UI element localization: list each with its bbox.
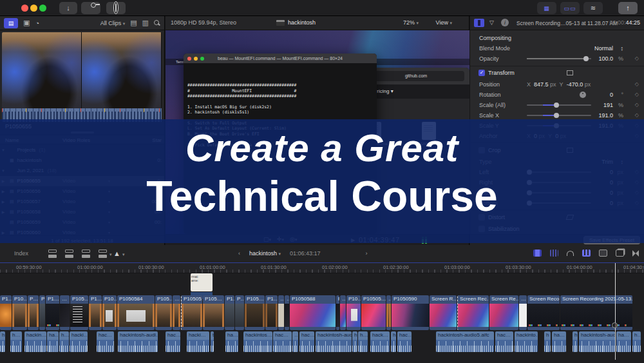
show-timeline-button[interactable]: ▭▭ [560,2,580,14]
next-project-chevron[interactable]: › [366,250,368,257]
timeline-video-clip[interactable]: P10… [102,295,117,330]
snapping-icon[interactable] [582,250,591,257]
keyframe-diamond-icon[interactable]: ◇ [635,90,639,100]
timeline-video-clip[interactable]: P105… [155,295,172,330]
insert-edit-icon[interactable] [65,250,75,258]
timeline-video-clip[interactable]: P10… [12,295,27,330]
timeline-audio-clip[interactable]: h… [358,331,368,352]
timeline-audio-clip[interactable]: hac… [166,331,180,352]
solo-headphones-icon[interactable] [567,251,574,256]
rotation-row[interactable]: Rotation 0 ° ◇ [470,90,644,100]
close-window-button[interactable] [21,5,28,12]
timeline-video-clip[interactable]: P… [28,295,39,330]
timeline-audio-clip[interactable]: t [211,331,214,352]
timeline-audio-clip[interactable]: hackintosh-audi… [118,331,158,352]
timeline-audio-clip[interactable]: hackintos… [243,331,272,352]
timeline-video-clip[interactable]: Screen Reco… [527,295,560,330]
viewer-view-dropdown[interactable]: View ▾ [436,19,452,26]
timeline-video-clip[interactable]: P105… [245,295,265,330]
timeline-audio-clip[interactable]: ha… [47,331,59,352]
show-browser-button[interactable]: ▦ [537,2,556,14]
keying-button[interactable] [81,2,100,14]
timeline-video-clip[interactable]: P105… [70,295,88,330]
timeline-audio-clip[interactable]: hac… [97,331,114,352]
timeline-video-clip[interactable]: P105… [203,295,224,330]
timeline-project-dropdown[interactable]: hackintosh ▾ [249,250,281,257]
timeline-video-clip[interactable]: P1… [225,295,234,330]
timeline-audio-clip[interactable]: h… [10,331,22,352]
connect-edit-icon[interactable] [48,250,58,258]
timeline-audio-clip[interactable]: hacki… [187,331,209,352]
timeline-ruler[interactable]: 00:59:30:0001:00:00:0001:00:30:0001:01:0… [0,263,644,273]
timeline-video-clip[interactable]: P10505… [361,295,386,330]
timeline-audio-clip[interactable]: hac… [299,331,314,352]
timeline-audio-clip[interactable]: hack… [370,331,390,352]
timeline-video-clip[interactable]: Screen R… [430,295,457,330]
overwrite-edit-icon[interactable] [99,250,108,258]
edit-options-caret-icon[interactable]: ▾ [109,252,112,257]
rotation-dial[interactable] [580,92,586,98]
timeline-audio-clip[interactable]: ha… [225,331,238,352]
timeline-audio-clip[interactable]: hackintosh-aud… [316,331,352,352]
timeline-video-clip[interactable]: Screen Rec… [457,295,489,330]
scale-all-row[interactable]: Scale (All) 191 % ◇ [470,100,644,110]
timeline-video-clip[interactable]: P1… [89,295,102,330]
opacity-row[interactable]: Opacity 100.0 % ◇ [470,54,644,64]
timeline-audio-clip[interactable]: hac… [273,331,292,352]
timeline-audio-clip[interactable]: hac… [397,331,412,352]
show-connections-icon[interactable] [616,250,624,257]
record-voiceover-button[interactable] [106,2,126,14]
transform-checkbox[interactable]: ✓ [478,70,485,76]
append-edit-icon[interactable] [82,250,91,258]
audio-skimming-icon[interactable] [550,250,558,257]
timeline-audio-clip[interactable]: hackintosh-audio5.aifc [436,331,494,352]
keyframe-diamond-icon[interactable]: ◇ [635,54,639,64]
previous-project-chevron[interactable]: ‹ [238,250,240,257]
show-inspector-button[interactable]: ≋ [583,2,603,14]
photos-media-icon[interactable]: ▣ [23,19,30,27]
timeline-video-clip[interactable]: P10505… [181,295,202,330]
timeline-video-clip[interactable]: P1… [0,295,12,330]
soundtracks-icon[interactable]: ◔ [35,19,39,27]
compositing-section-header[interactable]: Compositing [470,33,644,43]
viewer-zoom-dropdown[interactable]: 72% ▾ [403,19,419,26]
libraries-icon[interactable]: ▤ [4,18,18,28]
timeline-video-clip[interactable]: Screen Re… [489,295,518,330]
timeline-video-clip[interactable]: … [519,295,527,330]
search-icon[interactable] [154,20,160,26]
timeline-video-clip[interactable]: Screen Recording 2021-05-13… [560,295,632,330]
timeline-audio-clip[interactable]: h [391,331,396,352]
scale-x-slider[interactable] [527,115,591,116]
timeline-audio-clip[interactable]: hacki… [70,331,88,352]
timeline-video-clip[interactable]: … [340,295,346,330]
info-inspector-icon[interactable]: i [501,19,509,26]
scale-all-slider[interactable] [527,104,591,106]
timeline-audio-clip[interactable]: … [292,331,298,352]
timeline-video-clip[interactable]: … [60,295,70,330]
opacity-slider[interactable] [527,58,591,59]
transform-onscreen-icon[interactable] [567,70,573,75]
timeline-zoom-icon[interactable] [632,250,639,257]
timeline-audio-clip[interactable]: hac… [495,331,513,352]
timeline-video-clip[interactable]: P1… [265,295,278,330]
keyframe-diamond-icon[interactable]: ◇ [635,100,639,110]
timeline-video-clip[interactable]: P… [39,295,45,330]
timeline-audio-clip[interactable]: ha… [616,331,631,352]
timeline-index-button[interactable]: Index [14,250,28,257]
import-media-button[interactable]: ↓ [59,2,77,14]
playhead[interactable] [615,263,616,360]
timeline-video-clip[interactable]: … [386,295,391,330]
position-row[interactable]: Position X 847.5 px Y -470.0 px ◇ [470,79,644,90]
timeline-video-clip[interactable]: P1050584 [117,295,155,330]
playhead-handle[interactable] [612,322,618,328]
clip-appearance-icon[interactable] [599,250,607,257]
video-inspector-icon[interactable] [474,19,484,27]
timeline-audio-clip[interactable]: h… [59,331,69,352]
timeline-audio-clip[interactable]: h [352,331,357,352]
timeline-audio-clip[interactable]: hackintosh-aud… [579,331,615,352]
timeline-video-clip[interactable]: … [285,295,289,330]
timeline-audio-clip[interactable]: h [544,331,551,352]
timeline-video-clip[interactable]: P1050588 [290,295,336,330]
trim-tool-icon[interactable] [533,250,542,257]
timeline-audio-clip[interactable]: hackin… [24,331,46,352]
